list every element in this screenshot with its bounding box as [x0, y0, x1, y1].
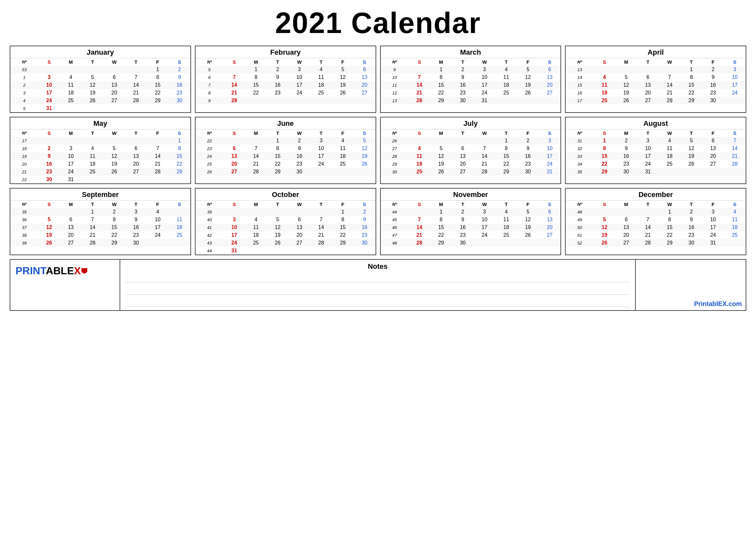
calendar-day[interactable]: 11 [724, 216, 746, 223]
calendar-day[interactable]: 10 [60, 152, 82, 160]
calendar-day[interactable]: 27 [125, 168, 147, 176]
calendar-day[interactable]: 15 [659, 223, 680, 231]
calendar-day[interactable] [354, 97, 375, 104]
calendar-day[interactable]: 13 [615, 223, 637, 231]
calendar-day[interactable]: 2 [38, 145, 60, 152]
calendar-day[interactable] [245, 137, 267, 145]
calendar-day[interactable]: 30 [354, 239, 375, 247]
calendar-day[interactable]: 16 [517, 152, 539, 160]
calendar-day[interactable]: 14 [659, 81, 680, 89]
calendar-day[interactable]: 20 [637, 89, 659, 97]
calendar-day[interactable]: 28 [245, 168, 267, 176]
calendar-day[interactable]: 12 [332, 73, 354, 81]
calendar-day[interactable]: 20 [125, 160, 147, 168]
calendar-day[interactable]: 30 [452, 239, 473, 247]
calendar-day[interactable]: 15 [267, 152, 288, 160]
calendar-day[interactable]: 28 [473, 168, 495, 176]
calendar-day[interactable]: 31 [539, 168, 560, 176]
calendar-day[interactable] [659, 66, 680, 73]
calendar-day[interactable]: 3 [289, 66, 310, 73]
calendar-day[interactable]: 14 [409, 81, 430, 89]
calendar-day[interactable]: 8 [430, 216, 452, 223]
calendar-day[interactable]: 7 [409, 216, 430, 223]
calendar-day[interactable]: 26 [517, 89, 539, 97]
calendar-day[interactable]: 8 [430, 73, 452, 81]
calendar-day[interactable]: 5 [430, 145, 452, 152]
calendar-day[interactable]: 21 [310, 231, 332, 239]
calendar-day[interactable]: 9 [289, 145, 310, 152]
calendar-day[interactable]: 11 [659, 145, 680, 152]
calendar-day[interactable]: 23 [517, 160, 539, 168]
calendar-day[interactable]: 26 [680, 160, 702, 168]
calendar-day[interactable]: 24 [38, 97, 60, 104]
calendar-day[interactable]: 13 [452, 152, 473, 160]
calendar-day[interactable] [82, 176, 103, 183]
calendar-day[interactable]: 8 [594, 145, 615, 152]
calendar-day[interactable] [82, 104, 103, 112]
calendar-day[interactable]: 13 [103, 81, 125, 89]
calendar-day[interactable]: 5 [82, 73, 103, 81]
calendar-day[interactable] [103, 104, 125, 112]
calendar-day[interactable]: 18 [496, 223, 517, 231]
calendar-day[interactable]: 6 [60, 216, 82, 223]
calendar-day[interactable]: 22 [659, 231, 680, 239]
calendar-day[interactable]: 18 [60, 89, 82, 97]
calendar-day[interactable]: 20 [539, 81, 560, 89]
calendar-day[interactable]: 11 [60, 81, 82, 89]
calendar-day[interactable]: 28 [409, 239, 430, 247]
calendar-day[interactable]: 14 [310, 223, 332, 231]
calendar-day[interactable] [539, 239, 560, 247]
calendar-day[interactable] [354, 247, 375, 255]
calendar-day[interactable]: 10 [289, 73, 310, 81]
calendar-day[interactable]: 25 [496, 231, 517, 239]
calendar-day[interactable]: 14 [125, 81, 147, 89]
calendar-day[interactable]: 26 [332, 89, 354, 97]
calendar-day[interactable]: 30 [125, 239, 147, 247]
calendar-day[interactable]: 18 [724, 223, 746, 231]
calendar-day[interactable]: 5 [38, 216, 60, 223]
calendar-day[interactable]: 10 [473, 216, 495, 223]
calendar-day[interactable]: 21 [409, 231, 430, 239]
calendar-day[interactable] [168, 104, 190, 112]
calendar-day[interactable]: 15 [680, 81, 702, 89]
calendar-day[interactable]: 7 [637, 216, 659, 223]
calendar-day[interactable] [245, 97, 267, 104]
calendar-day[interactable]: 12 [517, 73, 539, 81]
calendar-day[interactable]: 14 [409, 223, 430, 231]
calendar-day[interactable] [409, 66, 430, 73]
calendar-day[interactable]: 21 [147, 160, 168, 168]
calendar-day[interactable]: 6 [452, 145, 473, 152]
calendar-day[interactable]: 16 [452, 81, 473, 89]
calendar-day[interactable]: 22 [103, 231, 125, 239]
calendar-day[interactable] [310, 247, 332, 255]
calendar-day[interactable] [452, 137, 473, 145]
calendar-day[interactable]: 9 [517, 145, 539, 152]
calendar-day[interactable]: 18 [245, 231, 267, 239]
calendar-day[interactable]: 12 [680, 145, 702, 152]
calendar-day[interactable]: 25 [409, 168, 430, 176]
calendar-day[interactable]: 24 [223, 239, 245, 247]
calendar-day[interactable]: 22 [332, 231, 354, 239]
calendar-day[interactable]: 30 [680, 239, 702, 247]
calendar-day[interactable] [659, 168, 680, 176]
calendar-day[interactable]: 28 [724, 160, 746, 168]
calendar-day[interactable]: 29 [168, 168, 190, 176]
calendar-day[interactable]: 24 [473, 231, 495, 239]
calendar-day[interactable]: 5 [517, 208, 539, 216]
calendar-day[interactable]: 3 [473, 208, 495, 216]
calendar-day[interactable]: 22 [267, 160, 288, 168]
calendar-day[interactable]: 12 [615, 81, 637, 89]
calendar-day[interactable]: 2 [680, 208, 702, 216]
calendar-day[interactable]: 23 [615, 160, 637, 168]
calendar-day[interactable]: 6 [223, 145, 245, 152]
calendar-day[interactable]: 17 [38, 89, 60, 97]
calendar-day[interactable]: 6 [125, 145, 147, 152]
calendar-day[interactable]: 17 [724, 81, 746, 89]
calendar-day[interactable]: 11 [82, 152, 103, 160]
calendar-day[interactable]: 27 [60, 239, 82, 247]
calendar-day[interactable]: 2 [517, 137, 539, 145]
calendar-day[interactable]: 10 [38, 81, 60, 89]
calendar-day[interactable]: 29 [267, 168, 288, 176]
calendar-day[interactable]: 12 [38, 223, 60, 231]
calendar-day[interactable]: 21 [473, 160, 495, 168]
